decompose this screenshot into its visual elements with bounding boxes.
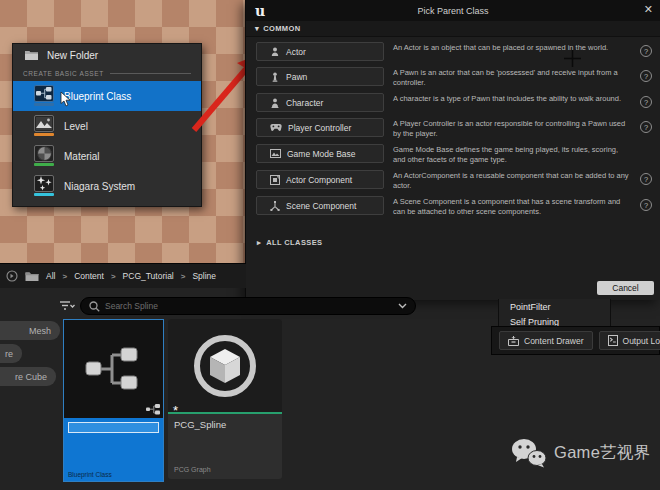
menu-section-header: CREATE BASIC ASSET	[13, 67, 201, 81]
chevron-down-icon[interactable]	[398, 303, 407, 309]
class-description: A Player Controller is an actor responsi…	[393, 118, 632, 138]
niagara-system-icon	[33, 175, 55, 197]
output-log-button[interactable]: Output Log	[599, 331, 660, 350]
breadcrumb-pcg-tutorial[interactable]: PCG_Tutorial	[123, 271, 174, 281]
cancel-button[interactable]: Cancel	[597, 281, 654, 295]
breadcrumb-spline[interactable]: Spline	[192, 271, 216, 281]
class-button-actor[interactable]: Actor	[256, 42, 384, 61]
asset-type-label: Blueprint Class	[68, 471, 112, 478]
watermark-text: Game艺视界	[554, 442, 651, 464]
help-icon[interactable]: ?	[640, 96, 652, 108]
player-controller-icon	[270, 123, 282, 132]
class-row-character: Character A character is a type of Pawn …	[256, 93, 652, 112]
class-label: Player Controller	[288, 123, 351, 133]
asset-tile-pcg-spline[interactable]: * PCG_Spline PCG Graph	[168, 319, 282, 479]
new-folder-icon	[24, 49, 39, 63]
filter-icon[interactable]	[60, 300, 75, 313]
crosshair-cursor	[564, 50, 581, 67]
help-icon[interactable]: ?	[640, 199, 652, 211]
class-button-game-mode-base[interactable]: Game Mode Base	[256, 144, 384, 163]
character-icon	[270, 98, 280, 108]
class-description: An Actor is an object that can be placed…	[393, 42, 632, 53]
help-icon[interactable]: ?	[640, 45, 652, 57]
class-button-actor-component[interactable]: Actor Component	[256, 170, 384, 189]
menu-item-level[interactable]: Level	[13, 111, 201, 141]
class-description: Game Mode Base defines the game being pl…	[393, 144, 632, 164]
asset-name: PCG_Spline	[174, 419, 276, 430]
output-log-icon	[608, 335, 618, 346]
asset-rename-input[interactable]	[68, 422, 159, 433]
class-label: Game Mode Base	[287, 149, 356, 159]
material-icon	[33, 145, 55, 167]
blueprint-mini-icon	[146, 404, 160, 415]
chevron-right-icon: >	[62, 272, 67, 281]
class-label: Pawn	[286, 72, 307, 82]
breadcrumb-content[interactable]: Content	[74, 271, 104, 281]
help-icon[interactable]: ?	[640, 121, 652, 133]
class-button-pawn[interactable]: Pawn	[256, 67, 384, 86]
menu-item-blueprint-class[interactable]: Blueprint Class	[13, 81, 201, 111]
dialog-title: Pick Parent Class	[246, 6, 660, 16]
pcg-thumbnail	[168, 319, 282, 412]
class-button-player-controller[interactable]: Player Controller	[256, 118, 384, 137]
breadcrumb-bar: All > Content > PCG_Tutorial > Spline	[0, 263, 246, 288]
class-description: A Scene Component is a component that ha…	[393, 196, 632, 216]
menu-item-label: Level	[64, 121, 88, 132]
class-label: Character	[286, 98, 323, 108]
chevron-down-icon: ▾	[255, 24, 259, 33]
menu-item-niagara-system[interactable]: Niagara System	[13, 171, 201, 201]
help-icon[interactable]: ?	[640, 70, 652, 82]
channel-watermark: Game艺视界	[511, 438, 651, 468]
menu-item-material[interactable]: Material	[13, 141, 201, 171]
common-section-label: COMMON	[263, 24, 300, 33]
chevron-right-icon: >	[111, 272, 116, 281]
class-list: Actor An Actor is an object that can be …	[256, 42, 652, 222]
class-row-player-controller: Player Controller A Player Controller is…	[256, 118, 652, 138]
asset-tile-new-blueprint[interactable]: Blueprint Class	[63, 319, 164, 482]
content-drawer-button[interactable]: Content Drawer	[499, 331, 593, 350]
list-item-pointfilter[interactable]: PointFilter	[499, 300, 610, 315]
folder-icon	[25, 271, 39, 282]
menu-item-label: Material	[64, 151, 100, 162]
class-row-game-mode-base: Game Mode Base Game Mode Base defines th…	[256, 144, 652, 164]
side-chip-re-cube[interactable]: re Cube	[0, 367, 56, 386]
class-row-pawn: Pawn A Pawn is an actor that can be 'pos…	[256, 67, 652, 87]
search-icon	[89, 301, 100, 312]
blueprint-tile-label-area: Blueprint Class	[64, 418, 163, 481]
menu-item-new-folder[interactable]: New Folder	[13, 44, 201, 67]
create-asset-context-menu: New Folder CREATE BASIC ASSET Blueprint …	[12, 43, 202, 207]
side-chip-re[interactable]: re	[0, 344, 22, 363]
search-bar[interactable]	[80, 297, 416, 315]
class-row-scene-component: Scene Component A Scene Component is a c…	[256, 196, 652, 216]
pcg-graph-cube-icon	[190, 331, 260, 401]
blueprint-thumbnail	[64, 320, 163, 418]
breadcrumb-all[interactable]: All	[46, 271, 55, 281]
wechat-icon	[511, 438, 547, 468]
blueprint-class-icon	[33, 85, 55, 107]
class-label: Actor	[286, 47, 306, 57]
side-chip-mesh[interactable]: Mesh	[0, 321, 60, 340]
all-classes-section-header[interactable]: ▸ ALL CLASSES	[257, 238, 323, 247]
asset-type-label: PCG Graph	[174, 466, 211, 473]
all-classes-label: ALL CLASSES	[266, 238, 322, 247]
class-label: Actor Component	[286, 175, 352, 185]
class-button-character[interactable]: Character	[256, 93, 384, 112]
menu-item-label: Blueprint Class	[64, 91, 131, 102]
app-window: New Folder CREATE BASIC ASSET Blueprint …	[0, 0, 660, 490]
section-label: CREATE BASIC ASSET	[23, 70, 104, 77]
section-divider	[110, 73, 191, 74]
scene-component-icon	[270, 201, 280, 211]
close-icon[interactable]: ✕	[644, 3, 653, 16]
help-icon[interactable]: ?	[640, 173, 652, 185]
dialog-titlebar[interactable]: u Pick Parent Class ✕	[246, 0, 660, 21]
class-button-scene-component[interactable]: Scene Component	[256, 196, 384, 215]
pawn-icon	[270, 72, 280, 82]
chevron-right-icon: >	[181, 272, 186, 281]
menu-item-label: New Folder	[47, 50, 98, 61]
class-row-actor-component: Actor Component An ActorComponent is a r…	[256, 170, 652, 190]
class-label: Scene Component	[286, 201, 356, 211]
common-section-header[interactable]: ▾ COMMON	[246, 21, 660, 37]
class-description: An ActorComponent is a reusable componen…	[393, 170, 632, 190]
path-history-icon[interactable]	[6, 270, 18, 282]
search-input[interactable]	[105, 301, 393, 311]
